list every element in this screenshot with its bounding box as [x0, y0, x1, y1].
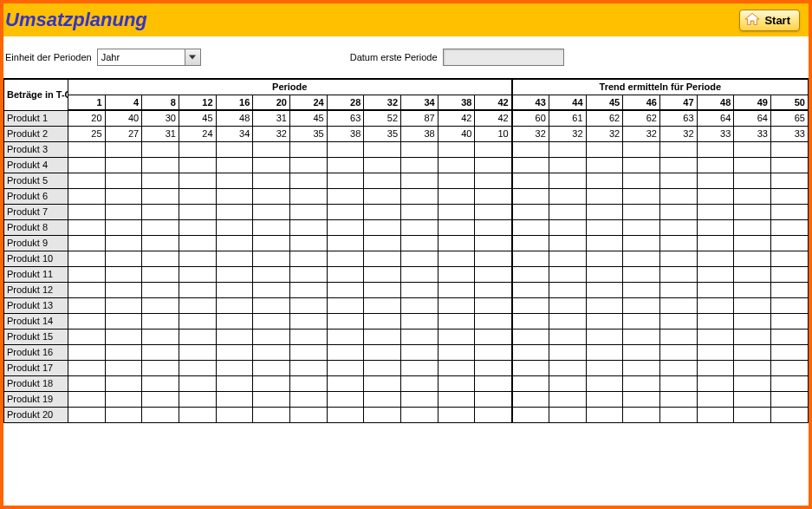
cell[interactable] — [216, 219, 253, 235]
cell[interactable] — [734, 375, 771, 391]
cell[interactable] — [623, 219, 660, 235]
cell[interactable] — [549, 375, 586, 391]
cell[interactable] — [289, 391, 327, 407]
cell[interactable] — [512, 344, 549, 360]
cell[interactable] — [253, 219, 290, 235]
cell[interactable] — [734, 391, 771, 407]
cell[interactable] — [216, 141, 253, 157]
cell[interactable] — [401, 344, 438, 360]
cell[interactable] — [549, 157, 586, 173]
cell[interactable] — [253, 282, 290, 297]
cell[interactable]: 33 — [770, 126, 808, 141]
cell[interactable] — [549, 141, 586, 157]
cell[interactable] — [734, 313, 771, 329]
cell[interactable] — [734, 141, 771, 157]
cell[interactable] — [475, 329, 512, 344]
cell[interactable] — [401, 204, 438, 219]
cell[interactable] — [142, 266, 179, 282]
cell[interactable] — [586, 375, 623, 391]
cell[interactable] — [68, 407, 105, 422]
cell[interactable] — [586, 141, 623, 157]
cell[interactable]: 63 — [327, 110, 364, 126]
cell[interactable] — [289, 251, 327, 266]
cell[interactable] — [549, 344, 586, 360]
cell[interactable] — [734, 282, 771, 297]
cell[interactable] — [475, 375, 512, 391]
cell[interactable] — [734, 329, 771, 344]
cell[interactable] — [475, 204, 512, 219]
cell[interactable] — [512, 235, 549, 251]
cell[interactable] — [512, 251, 549, 266]
cell[interactable] — [179, 204, 216, 219]
cell[interactable] — [659, 173, 697, 188]
cell[interactable] — [179, 188, 216, 204]
cell[interactable] — [105, 251, 142, 266]
cell[interactable] — [142, 173, 179, 188]
cell[interactable]: 42 — [475, 110, 512, 126]
cell[interactable] — [253, 313, 290, 329]
cell[interactable] — [770, 297, 808, 313]
cell[interactable] — [770, 173, 808, 188]
cell[interactable] — [512, 375, 549, 391]
cell[interactable] — [289, 344, 327, 360]
cell[interactable] — [364, 313, 401, 329]
cell[interactable] — [68, 204, 105, 219]
cell[interactable] — [105, 266, 142, 282]
cell[interactable] — [364, 297, 401, 313]
cell[interactable] — [734, 297, 771, 313]
cell[interactable] — [68, 282, 105, 297]
cell[interactable] — [659, 188, 697, 204]
cell[interactable] — [68, 173, 105, 188]
cell[interactable] — [512, 157, 549, 173]
cell[interactable]: 52 — [364, 110, 401, 126]
cell[interactable] — [253, 157, 290, 173]
cell[interactable] — [770, 204, 808, 219]
cell[interactable] — [179, 235, 216, 251]
cell[interactable] — [253, 235, 290, 251]
cell[interactable] — [586, 188, 623, 204]
cell[interactable] — [401, 313, 438, 329]
cell[interactable]: 61 — [549, 110, 586, 126]
cell[interactable] — [179, 391, 216, 407]
cell[interactable] — [697, 266, 734, 282]
cell[interactable] — [623, 204, 660, 219]
cell[interactable] — [475, 313, 512, 329]
cell[interactable] — [179, 297, 216, 313]
cell[interactable] — [475, 360, 512, 375]
cell[interactable]: 30 — [142, 110, 179, 126]
cell[interactable] — [289, 266, 327, 282]
cell[interactable] — [289, 329, 327, 344]
cell[interactable]: 45 — [179, 110, 216, 126]
cell[interactable] — [659, 235, 697, 251]
cell[interactable] — [142, 157, 179, 173]
cell[interactable] — [105, 157, 142, 173]
cell[interactable] — [289, 173, 327, 188]
cell[interactable] — [512, 173, 549, 188]
cell[interactable] — [475, 141, 512, 157]
cell[interactable] — [327, 375, 364, 391]
cell[interactable] — [623, 344, 660, 360]
cell[interactable]: 31 — [142, 126, 179, 141]
cell[interactable] — [586, 297, 623, 313]
cell[interactable] — [770, 344, 808, 360]
cell[interactable] — [623, 141, 660, 157]
cell[interactable] — [586, 266, 623, 282]
cell[interactable] — [549, 251, 586, 266]
cell[interactable] — [289, 157, 327, 173]
cell[interactable]: 32 — [253, 126, 290, 141]
cell[interactable] — [623, 173, 660, 188]
cell[interactable] — [586, 407, 623, 422]
cell[interactable] — [438, 360, 475, 375]
cell[interactable] — [364, 375, 401, 391]
cell[interactable] — [475, 344, 512, 360]
cell[interactable] — [586, 235, 623, 251]
cell[interactable] — [105, 282, 142, 297]
cell[interactable] — [697, 282, 734, 297]
cell[interactable] — [216, 391, 253, 407]
cell[interactable] — [253, 391, 290, 407]
cell[interactable] — [68, 313, 105, 329]
cell[interactable] — [327, 219, 364, 235]
cell[interactable]: 32 — [586, 126, 623, 141]
cell[interactable] — [697, 157, 734, 173]
cell[interactable] — [364, 360, 401, 375]
